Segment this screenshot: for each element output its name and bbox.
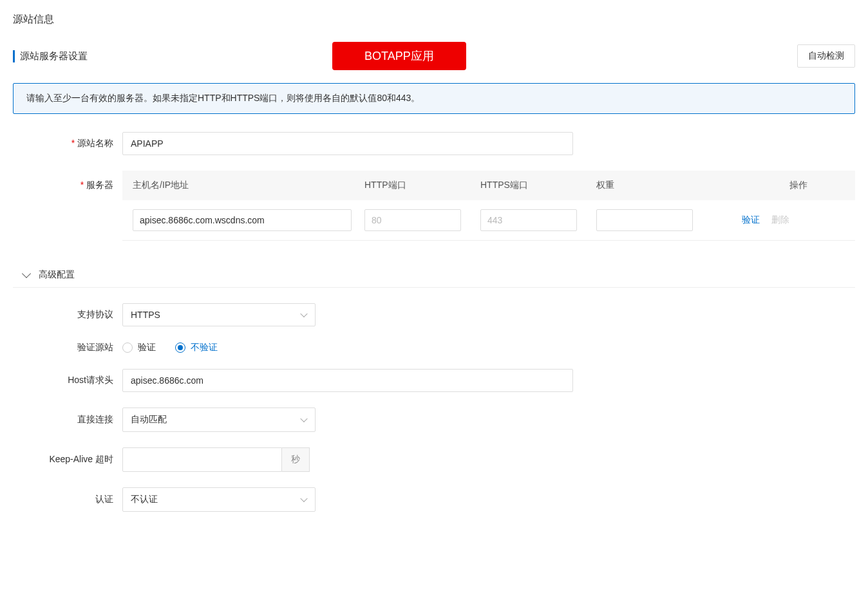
chevron-down-icon [22, 269, 31, 278]
verify-link[interactable]: 验证 [742, 214, 760, 225]
auth-value: 不认证 [122, 487, 316, 512]
page-title: 源站信息 [13, 13, 855, 26]
origin-name-label: 源站名称 [13, 138, 122, 149]
botapp-badge[interactable]: BOTAPP应用 [332, 42, 466, 70]
auth-select[interactable]: 不认证 [122, 487, 316, 512]
keepalive-row: Keep-Alive 超时 秒 [13, 447, 855, 472]
verify-yes-radio[interactable]: 验证 [122, 342, 156, 353]
origin-name-input[interactable] [122, 132, 573, 155]
th-weight: 权重 [596, 180, 719, 191]
verify-yes-label: 验证 [138, 342, 156, 353]
th-https: HTTPS端口 [480, 180, 596, 191]
direct-connect-select[interactable]: 自动匹配 [122, 408, 316, 432]
auth-label: 认证 [13, 494, 122, 505]
servers-label: 服务器 [13, 171, 122, 191]
advanced-title: 高级配置 [39, 269, 75, 281]
section-header: 源站服务器设置 BOTAPP应用 自动检测 [13, 42, 855, 70]
table-row: 验证 删除 [122, 200, 855, 241]
http-port-input[interactable] [364, 209, 461, 231]
auto-detect-button[interactable]: 自动检测 [797, 44, 855, 68]
protocol-select[interactable]: HTTPS [122, 303, 316, 326]
protocol-label: 支持协议 [13, 309, 122, 321]
origin-name-row: 源站名称 [13, 132, 855, 155]
keepalive-wrap: 秒 [122, 447, 310, 472]
auth-row: 认证 不认证 [13, 487, 855, 512]
verify-radio-group: 验证 不验证 [122, 342, 218, 353]
https-port-input[interactable] [480, 209, 577, 231]
direct-connect-row: 直接连接 自动匹配 [13, 408, 855, 432]
keepalive-label: Keep-Alive 超时 [13, 454, 122, 465]
verify-no-radio[interactable]: 不验证 [175, 342, 218, 353]
direct-connect-label: 直接连接 [13, 414, 122, 426]
host-input[interactable] [133, 209, 352, 231]
th-host: 主机名/IP地址 [133, 180, 364, 191]
host-header-input[interactable] [122, 369, 573, 392]
section-left: 源站服务器设置 BOTAPP应用 [13, 42, 466, 70]
protocol-row: 支持协议 HTTPS [13, 303, 855, 326]
protocol-value: HTTPS [122, 303, 316, 326]
host-header-label: Host请求头 [13, 375, 122, 386]
info-banner: 请输入至少一台有效的服务器。如果未指定HTTP和HTTPS端口，则将使用各自的默… [13, 83, 855, 114]
keepalive-input[interactable] [122, 447, 282, 472]
servers-row: 服务器 主机名/IP地址 HTTP端口 HTTPS端口 权重 操作 验证 [13, 171, 855, 241]
radio-icon [122, 342, 133, 353]
direct-connect-value: 自动匹配 [122, 408, 316, 432]
th-action: 操作 [719, 180, 855, 191]
weight-input[interactable] [596, 209, 693, 231]
th-http: HTTP端口 [364, 180, 480, 191]
servers-block: 主机名/IP地址 HTTP端口 HTTPS端口 权重 操作 验证 删除 [122, 171, 855, 241]
verify-origin-row: 验证源站 验证 不验证 [13, 342, 855, 353]
delete-link: 删除 [771, 214, 789, 225]
servers-table-header: 主机名/IP地址 HTTP端口 HTTPS端口 权重 操作 [122, 171, 855, 200]
advanced-toggle[interactable]: 高级配置 [13, 256, 855, 288]
keepalive-unit: 秒 [282, 447, 310, 472]
radio-checked-icon [175, 342, 185, 353]
host-header-row: Host请求头 [13, 369, 855, 392]
verify-origin-label: 验证源站 [13, 342, 122, 353]
section-title: 源站服务器设置 [13, 50, 88, 62]
verify-no-label: 不验证 [191, 342, 218, 353]
